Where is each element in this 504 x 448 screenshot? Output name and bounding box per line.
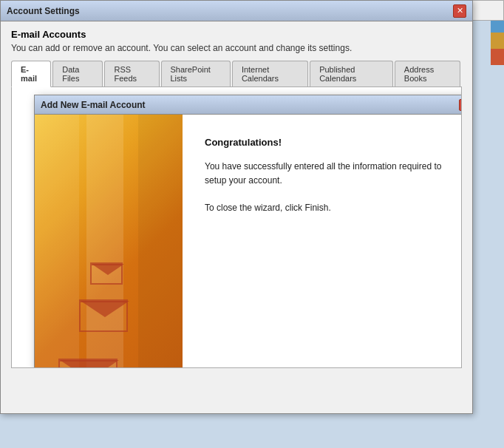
tab-published-calendars[interactable]: Published Calendars [310, 61, 393, 86]
decorative-panel [35, 115, 183, 368]
inner-dialog-title: Add New E-mail Account [41, 100, 146, 110]
col-left [35, 115, 79, 368]
congratulations-title: Congratulations! [205, 137, 454, 148]
congratulations-body: You have successfully entered all the in… [205, 160, 454, 188]
tab-email[interactable]: E-mail [11, 61, 51, 87]
right-sidebar [491, 0, 504, 448]
envelope-icon-large [58, 359, 118, 368]
tab-sharepoint[interactable]: SharePoint Lists [161, 61, 231, 86]
success-content-panel: Congratulations! You have successfully e… [183, 115, 462, 368]
inner-dialog-close-button[interactable]: ✕ [459, 99, 462, 111]
inner-dialog-titlebar: Add New E-mail Account ✕ [35, 95, 462, 115]
window-close-button[interactable]: ✕ [453, 4, 466, 18]
col-right [138, 115, 183, 368]
sidebar-tab-red[interactable] [491, 49, 504, 65]
tabs-row: E-mail Data Files RSS Feeds SharePoint L… [11, 61, 462, 87]
add-email-account-dialog: Add New E-mail Account ✕ [34, 95, 462, 368]
sidebar-tab-gold[interactable] [491, 33, 504, 49]
window-body: E-mail Accounts You can add or remove an… [1, 21, 472, 376]
envelope-icon-medium [79, 299, 128, 332]
inner-dialog-body: Congratulations! You have successfully e… [35, 115, 462, 368]
window-title: Account Settings [7, 6, 80, 16]
envelope-icon-small [90, 262, 123, 285]
tab-content-area: Add New E-mail Account ✕ [11, 87, 462, 368]
window-titlebar: Account Settings ✕ [1, 1, 472, 21]
tab-internet-calendars[interactable]: Internet Calendars [232, 61, 308, 86]
tab-address-books[interactable]: Address Books [395, 61, 460, 86]
tab-rss-feeds[interactable]: RSS Feeds [104, 61, 159, 86]
section-title: E-mail Accounts [11, 29, 462, 40]
section-desc: You can add or remove an account. You ca… [11, 43, 462, 53]
tab-data-files[interactable]: Data Files [52, 61, 103, 86]
account-settings-window: Account Settings ✕ E-mail Accounts You c… [0, 0, 473, 414]
finish-note: To close the wizard, click Finish. [205, 203, 454, 213]
